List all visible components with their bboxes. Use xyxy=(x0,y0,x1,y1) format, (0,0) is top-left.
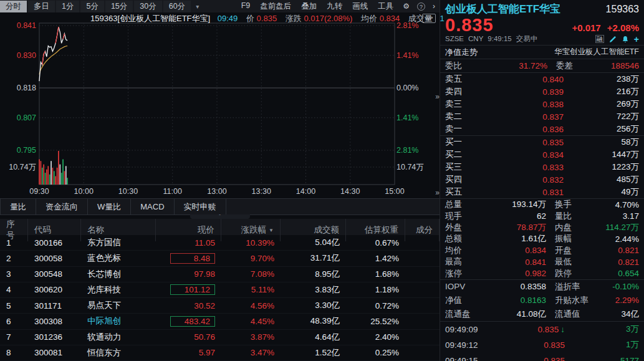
panel-collapse-icon-2[interactable]: » xyxy=(435,188,440,197)
period-tab-60分[interactable]: 60分 xyxy=(163,1,191,12)
pct-axis-label: 1.41% xyxy=(396,113,438,123)
alert-bell-icon[interactable] xyxy=(622,36,629,43)
queue-price: 0.837 xyxy=(476,112,564,122)
queue-price: 0.836 xyxy=(476,125,564,134)
help-icon[interactable]: ? xyxy=(417,2,425,11)
chart-symbol: 159363[创业板人工智能ETF华宝] xyxy=(90,14,210,23)
queue-label: 买五 xyxy=(445,186,476,198)
stock-weight: 25.52% xyxy=(346,317,405,326)
ask-row-卖四[interactable]: 卖四0.839216万 xyxy=(440,85,644,98)
toolbar-action-工具[interactable]: 工具 xyxy=(373,1,398,12)
gear-icon[interactable]: ⚙ xyxy=(398,1,414,11)
stat-value: 3.17 xyxy=(603,211,639,221)
table-row-301236[interactable]: 7301236软通动力50.763.87%4.64亿2.40% xyxy=(0,330,440,345)
period-tab-30分[interactable]: 30分 xyxy=(134,1,161,12)
price-axis-label: 0.841 xyxy=(0,21,36,31)
margin-tag[interactable]: 融 xyxy=(595,35,604,43)
table-body: 1300166东方国信11.0510.39%5.04亿0.67%2300058蓝… xyxy=(0,235,440,361)
stat-value: 2.29% xyxy=(603,296,639,305)
market-meta: SZSECNY9:49:15交易中 xyxy=(445,34,542,44)
bid-row-买二[interactable]: 买二0.8341447万 xyxy=(440,148,644,161)
collapse-chevron-icon[interactable]: ˇ xyxy=(190,214,250,219)
indicator-tab-MACD[interactable]: MACD xyxy=(131,199,174,214)
time-tick: 13:30 xyxy=(252,187,271,196)
time-tick: 13:00 xyxy=(207,187,226,196)
add-watchlist-icon[interactable]: + xyxy=(634,36,639,43)
edit-pencil-icon[interactable] xyxy=(609,36,617,43)
queue-price: 0.838 xyxy=(476,100,564,109)
stock-code: 301171 xyxy=(28,301,81,310)
queue-price: 0.840 xyxy=(476,75,564,84)
stat-value: -0.10% xyxy=(603,282,639,291)
table-row-301171[interactable]: 5301171易点天下30.524.56%3.30亿0.72% xyxy=(0,298,440,314)
weibi-label: 委比 xyxy=(445,60,478,72)
toolbar-action-九转[interactable]: 九转 xyxy=(322,1,347,12)
toolbar-action-盘前盘后[interactable]: 盘前盘后 xyxy=(255,1,296,12)
ask-row-卖二[interactable]: 卖二0.837722万 xyxy=(440,110,644,123)
bid-row-买四[interactable]: 买四0.832485万 xyxy=(440,173,644,186)
period-tab-5分[interactable]: 5分 xyxy=(80,1,103,12)
indicator-tab-资金流向[interactable]: 资金流向 xyxy=(36,199,88,214)
bid-row-买一[interactable]: 买一0.83558万 xyxy=(440,136,644,148)
stock-change-pct: 10.39% xyxy=(221,238,281,248)
ask-row-卖三[interactable]: 卖三0.838269万 xyxy=(440,98,644,110)
period-dropdown-icon[interactable]: ▾ xyxy=(192,3,203,10)
stock-code: 300308 xyxy=(28,317,81,326)
table-row-300620[interactable]: 4300620光库科技101.125.11%3.83亿1.18% xyxy=(0,282,440,298)
stock-change-pct: 4.56% xyxy=(221,301,281,310)
table-row-300081[interactable]: 8300081恒信东方5.973.47%1.52亿0.25% xyxy=(0,345,440,361)
stat-value: 0.8163 xyxy=(480,296,546,305)
stock-code: 301236 xyxy=(28,332,81,342)
stock-price: 483.42 xyxy=(156,316,221,327)
panel-collapse-icon[interactable]: » xyxy=(435,92,440,101)
period-tab-1分[interactable]: 1分 xyxy=(56,1,79,12)
table-row-300548[interactable]: 3300548长芯博创97.987.08%8.95亿1.68% xyxy=(0,267,440,282)
indicator-tab-W量比[interactable]: W量比 xyxy=(88,199,131,214)
wp-monitor-icon[interactable]: WP xyxy=(422,14,436,23)
nav-trend-row[interactable]: 净值走势 华宝创业板人工智能ETF xyxy=(440,46,644,59)
time-tick: 15:00 xyxy=(385,187,404,196)
toolbar-action-F9[interactable]: F9 xyxy=(236,1,256,12)
table-row-300058[interactable]: 2300058蓝色光标8.489.70%31.71亿1.42% xyxy=(0,251,440,266)
ask-row-卖五[interactable]: 卖五0.840238万 xyxy=(440,73,644,85)
stat-value: 0.8358 xyxy=(480,282,546,291)
avg-value: 0.834 xyxy=(380,14,400,23)
queue-label: 卖二 xyxy=(445,111,476,122)
pct-axis-label: 1.41% xyxy=(396,51,438,60)
stock-change-pct: 7.08% xyxy=(221,269,281,279)
toolbar-action-叠加[interactable]: 叠加 xyxy=(296,1,322,12)
change-value: 0.017(2.08%) xyxy=(304,14,352,23)
bid-row-买三[interactable]: 买三0.8331223万 xyxy=(440,161,644,173)
price-axis-label: 0.807 xyxy=(0,113,36,123)
period-tabs: 分时多日1分5分15分30分60分 xyxy=(0,1,192,12)
stat-label: IOPV xyxy=(445,282,480,291)
queue-volume: 49万 xyxy=(564,186,639,198)
period-tab-15分[interactable]: 15分 xyxy=(105,1,133,12)
row-index: 4 xyxy=(0,285,28,294)
queue-volume: 238万 xyxy=(564,74,639,85)
toolbar-action-画线[interactable]: 画线 xyxy=(347,1,373,12)
tick-row-09:49:15[interactable]: 09:49:150.8355177 xyxy=(440,353,644,361)
indicator-tab-量比[interactable]: 量比 xyxy=(0,199,36,214)
period-tab-多日[interactable]: 多日 xyxy=(28,1,55,12)
stock-price: 5.97 xyxy=(156,348,221,357)
period-tab-分时[interactable]: 分时 xyxy=(0,1,27,12)
ask-row-卖一[interactable]: 卖一0.836256万 xyxy=(440,123,644,135)
stock-price: 101.12 xyxy=(156,284,221,295)
tick-row-09:49:12[interactable]: 09:49:120.8351万 xyxy=(440,337,644,353)
tick-time: 09:49:12 xyxy=(445,340,500,350)
bid-row-买五[interactable]: 买五0.83149万 xyxy=(440,186,644,198)
row-index: 8 xyxy=(0,348,28,357)
tick-row-09:49:09[interactable]: 09:49:090.835↓3万 xyxy=(440,322,644,337)
stock-name: 长芯博创 xyxy=(81,269,156,280)
intraday-chart[interactable]: 159363[创业板人工智能ETF华宝] 09:49 价 0.835 涨跌 0.… xyxy=(0,12,440,198)
stat-value: 41.08亿 xyxy=(480,309,546,320)
table-row-300308[interactable]: 6300308中际旭创483.424.45%48.39亿25.52% xyxy=(0,314,440,329)
order-imbalance-row: 委比 31.72% 委差 188546 xyxy=(440,59,644,73)
toolbar-expand-icon[interactable]: › xyxy=(428,1,440,11)
constituents-table: 序号代码名称现价涨跌幅▼成交额估算权重成分 1300166东方国信11.0510… xyxy=(0,219,440,361)
table-row-300166[interactable]: 1300166东方国信11.0510.39%5.04亿0.67% xyxy=(0,235,440,251)
stats-block: 总量193.14万换手4.70%现手62量比3.17外盘78.87万内盘114.… xyxy=(440,199,644,279)
stat-value: 193.14万 xyxy=(480,199,546,210)
indicator-tab-实时申赎[interactable]: 实时申赎 xyxy=(175,199,226,214)
